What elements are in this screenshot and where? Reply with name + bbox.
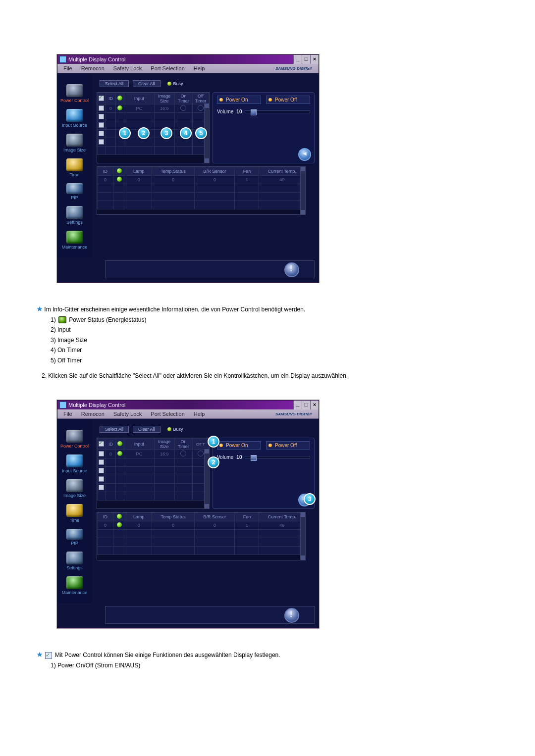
volume-label: Volume — [217, 454, 233, 460]
table-row[interactable]: 0 0 0 0 1 49 — [98, 176, 305, 184]
row-checkbox[interactable] — [99, 139, 104, 145]
sidebar-item-power-control[interactable]: Power Control — [57, 428, 92, 453]
header-checkbox-icon[interactable] — [99, 96, 104, 101]
table-row[interactable] — [98, 458, 209, 467]
sidebar-item-time[interactable]: Time — [57, 156, 92, 181]
col-lamp-header: Lamp — [126, 167, 152, 176]
power-on-button[interactable]: Power On — [217, 441, 261, 450]
menu-file[interactable]: File — [59, 64, 76, 72]
row-checkbox[interactable] — [99, 468, 104, 473]
status-led-icon — [117, 168, 122, 173]
mdc-footer — [105, 260, 315, 278]
menu-safety-lock[interactable]: Safety Lock — [109, 410, 146, 418]
window-maximize-button[interactable]: □ — [302, 55, 310, 64]
time-icon — [66, 504, 83, 517]
note-intro: Mit Power Control können Sie einige Funk… — [55, 652, 280, 658]
col-tempstatus-header: Temp.Status — [152, 513, 195, 521]
header-checkbox-icon[interactable] — [99, 441, 104, 447]
status-led-icon — [117, 514, 122, 519]
table-row[interactable] — [98, 121, 209, 130]
power-off-button[interactable]: Power Off — [266, 441, 310, 450]
menu-file[interactable]: File — [59, 410, 76, 418]
table-row[interactable] — [98, 138, 209, 147]
sidebar-item-settings[interactable]: Settings — [57, 550, 92, 574]
clear-all-button[interactable]: Clear All — [133, 80, 160, 87]
table-row[interactable] — [98, 184, 305, 193]
table-row[interactable] — [98, 492, 209, 501]
window-minimize-button[interactable]: _ — [293, 401, 302, 409]
vertical-scrollbar[interactable] — [204, 449, 209, 508]
vertical-scrollbar[interactable] — [300, 167, 305, 214]
menu-port-selection[interactable]: Port Selection — [147, 64, 188, 72]
window-maximize-button[interactable]: □ — [302, 401, 310, 409]
sidebar-item-pip[interactable]: PIP — [57, 181, 92, 204]
cell-id: 0 — [106, 104, 116, 113]
col-input-header: Input — [124, 93, 154, 104]
sidebar-item-settings[interactable]: Settings — [57, 204, 92, 229]
select-all-button[interactable]: Select All — [100, 80, 129, 87]
volume-slider[interactable] — [245, 110, 310, 113]
clear-all-button[interactable]: Clear All — [133, 426, 160, 433]
row-checkbox[interactable] — [99, 451, 104, 456]
table-row[interactable] — [98, 547, 305, 555]
row-checkbox[interactable] — [99, 114, 104, 119]
table-row[interactable] — [98, 201, 305, 209]
table-row[interactable] — [98, 113, 209, 121]
sidebar-item-image-size[interactable]: Image Size — [57, 477, 92, 502]
volume-slider[interactable] — [245, 456, 310, 459]
row-checkbox[interactable] — [99, 459, 104, 465]
table-row[interactable] — [98, 484, 209, 492]
volume-thumb-icon[interactable] — [251, 109, 257, 115]
sidebar-item-image-size[interactable]: Image Size — [57, 132, 92, 156]
warning-icon[interactable] — [284, 608, 299, 623]
cell-brsensor: 0 — [195, 176, 235, 184]
table-row[interactable] — [98, 530, 305, 538]
main-area: Select All Clear All Busy — [92, 419, 319, 603]
menu-help[interactable]: Help — [190, 410, 209, 418]
row-checkbox[interactable] — [99, 131, 104, 136]
sidebar-item-power-control[interactable]: Power Control — [57, 82, 92, 107]
speaker-icon[interactable] — [298, 148, 311, 161]
li-text: Power Status (Energiestatus) — [69, 316, 146, 323]
cell-currenttemp: 49 — [259, 521, 305, 530]
table-row[interactable] — [98, 130, 209, 138]
col-imagesize-header: Image Size — [154, 439, 175, 450]
window-close-button[interactable]: × — [310, 401, 319, 409]
cell-tempstatus: 0 — [152, 176, 195, 184]
volume-thumb-icon[interactable] — [251, 455, 257, 461]
row-checkbox[interactable] — [99, 485, 104, 490]
sidebar-item-time[interactable]: Time — [57, 502, 92, 527]
power-on-button[interactable]: Power On — [217, 96, 261, 104]
vertical-scrollbar[interactable] — [300, 512, 305, 560]
menu-remocon[interactable]: Remocon — [77, 64, 108, 72]
table-row[interactable] — [98, 538, 305, 547]
sidebar-item-input-source[interactable]: Input Source — [57, 453, 92, 477]
info-grid-bottom: ID Lamp Temp.Status B/R Sensor Fan Curre… — [97, 512, 306, 560]
sidebar-item-maintenance[interactable]: Maintenance — [57, 229, 92, 253]
table-row[interactable] — [98, 193, 305, 201]
menu-help[interactable]: Help — [190, 64, 209, 72]
menu-remocon[interactable]: Remocon — [77, 410, 108, 418]
row-checkbox[interactable] — [99, 122, 104, 128]
sidebar-item-input-source[interactable]: Input Source — [57, 107, 92, 132]
table-row[interactable] — [98, 467, 209, 475]
select-all-button[interactable]: Select All — [100, 426, 129, 433]
window-minimize-button[interactable]: _ — [293, 55, 302, 64]
window-close-button[interactable]: × — [310, 55, 319, 64]
table-row[interactable]: 0 PC 16:9 — [98, 104, 209, 113]
table-row[interactable] — [98, 475, 209, 484]
warning-icon[interactable] — [284, 262, 299, 277]
table-row[interactable] — [98, 147, 209, 155]
row-checkbox[interactable] — [99, 476, 104, 482]
menu-safety-lock[interactable]: Safety Lock — [109, 64, 146, 72]
cell-id: 0 — [98, 176, 113, 184]
sidebar-item-maintenance[interactable]: Maintenance — [57, 574, 92, 599]
row-checkbox[interactable] — [99, 105, 104, 111]
table-row[interactable]: 0 PC 16:9 — [98, 450, 209, 458]
power-buttons-row: Power On Power Off — [217, 96, 310, 104]
menu-port-selection[interactable]: Port Selection — [147, 410, 188, 418]
power-off-button[interactable]: Power Off — [266, 96, 310, 104]
sidebar-item-pip[interactable]: PIP — [57, 527, 92, 550]
table-row[interactable]: 0 0 0 0 1 49 — [98, 521, 305, 530]
cell-input: PC — [124, 450, 154, 458]
